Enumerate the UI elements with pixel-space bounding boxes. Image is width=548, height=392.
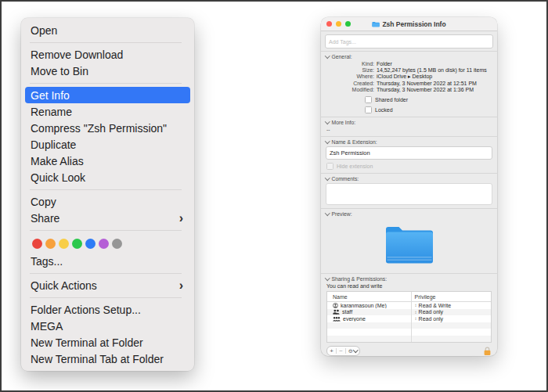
- menu-item-share[interactable]: Share›: [21, 210, 194, 226]
- name-extension-field[interactable]: Zsh Permission: [326, 146, 492, 160]
- menu-item-new-terminal-tab-at-folder[interactable]: New Terminal Tab at Folder: [21, 351, 194, 367]
- folder-mini-icon: [372, 21, 380, 27]
- tag-color-dots: [21, 234, 194, 253]
- tag-color-dot[interactable]: [99, 239, 109, 249]
- comments-input[interactable]: [326, 183, 492, 205]
- menu-item-quick-look[interactable]: Quick Look: [21, 169, 194, 185]
- menu-item-rename[interactable]: Rename: [21, 103, 194, 120]
- menu-separator: [30, 273, 182, 274]
- sharing-status-text: You can read and write: [326, 283, 492, 289]
- tag-color-dot[interactable]: [59, 239, 69, 249]
- table-row-staff[interactable]: staff ↕ Read only: [327, 309, 491, 316]
- menu-item-quick-actions[interactable]: Quick Actions›: [21, 277, 194, 293]
- sharing-permissions-header[interactable]: Sharing & Permissions:: [326, 276, 492, 282]
- menu-item-tags[interactable]: Tags...: [21, 253, 194, 269]
- name-extension-header[interactable]: Name & Extension:: [326, 139, 492, 145]
- tag-color-dot[interactable]: [45, 239, 56, 249]
- menu-item-open[interactable]: Open: [21, 22, 194, 38]
- submenu-chevron-icon: ›: [179, 212, 183, 225]
- shared-folder-checkbox-row: Shared folder: [365, 96, 492, 103]
- locked-checkbox[interactable]: [365, 106, 372, 113]
- section-name-extension: Name & Extension: Zsh Permission Hide ex…: [321, 137, 497, 173]
- disclosure-chevron-icon: [325, 119, 330, 124]
- general-row-modified: Modified:Thursday, 3 November 2022 at 1:…: [326, 87, 492, 93]
- lock-icon[interactable]: [483, 347, 492, 356]
- disclosure-chevron-icon: [325, 138, 330, 143]
- folder-preview-icon: [384, 223, 434, 265]
- comments-header[interactable]: Comments:: [326, 176, 492, 182]
- column-header-privilege: Privilege: [411, 292, 491, 301]
- menu-separator: [30, 189, 182, 190]
- permissions-table-header: Name Privilege: [327, 292, 491, 302]
- privilege-dropdown[interactable]: ↕ Read only: [411, 315, 491, 322]
- menu-separator: [30, 297, 182, 298]
- menu-separator: [30, 42, 182, 43]
- context-menu: Open Remove Download Move to Bin Get Inf…: [21, 18, 194, 371]
- menu-separator: [30, 230, 182, 231]
- locked-checkbox-row: Locked: [365, 106, 492, 113]
- permissions-table: Name Privilege karanmasoun (Me) ↕ Read &…: [326, 291, 492, 343]
- section-general: General: Kind:Folder Size:14,52,247 byte…: [321, 52, 497, 117]
- section-sharing-permissions: Sharing & Permissions: You can read and …: [321, 274, 497, 356]
- table-row-empty: [327, 322, 491, 329]
- general-row-size: Size:14,52,247 bytes (1.5 MB on disk) fo…: [326, 67, 492, 74]
- tag-color-dot[interactable]: [112, 239, 122, 249]
- hide-extension-checkbox-row: Hide extension: [326, 163, 492, 170]
- section-preview: Preview:: [321, 209, 497, 273]
- updown-arrows-icon: ↕: [415, 316, 417, 321]
- section-comments: Comments:: [321, 174, 497, 208]
- hide-extension-checkbox[interactable]: [326, 163, 333, 170]
- updown-arrows-icon: ↕: [415, 303, 417, 307]
- add-user-button[interactable]: +: [327, 347, 336, 355]
- menu-item-new-terminal-at-folder[interactable]: New Terminal at Folder: [21, 334, 194, 351]
- menu-item-copy[interactable]: Copy: [21, 193, 194, 210]
- tag-color-dot[interactable]: [32, 239, 42, 249]
- general-header[interactable]: General:: [326, 54, 492, 59]
- tag-color-dot[interactable]: [72, 239, 82, 249]
- zoom-button[interactable]: [345, 21, 351, 27]
- screenshot-frame: Open Remove Download Move to Bin Get Inf…: [0, 0, 548, 392]
- section-more-info: More Info: --: [321, 117, 497, 136]
- menu-item-folder-actions-setup[interactable]: Folder Actions Setup...: [21, 301, 194, 318]
- action-circle-icon: ⊖: [348, 348, 353, 354]
- general-row-where: Where:iCloud Drive ▸ Desktop: [326, 74, 492, 80]
- updown-arrows-icon: ↕: [415, 310, 417, 315]
- users-two-icon: [333, 309, 340, 315]
- minimize-button[interactable]: [336, 21, 341, 27]
- table-row-everyone[interactable]: everyone ↕ Read only: [327, 315, 491, 322]
- menu-item-get-info[interactable]: Get Info: [25, 87, 190, 103]
- privilege-dropdown[interactable]: ↕ Read & Write: [411, 302, 491, 309]
- close-button[interactable]: [326, 21, 332, 27]
- add-tags-input[interactable]: Add Tags...: [325, 34, 493, 49]
- disclosure-chevron-icon: [325, 210, 330, 215]
- menu-item-duplicate[interactable]: Duplicate: [21, 136, 194, 153]
- disclosure-chevron-icon: [325, 175, 330, 180]
- remove-user-button[interactable]: −: [337, 347, 345, 355]
- titlebar: Zsh Permission Info: [321, 17, 497, 31]
- users-three-icon: [333, 316, 341, 322]
- chevron-down-icon: [353, 347, 358, 352]
- column-header-name: Name: [327, 294, 411, 300]
- action-menu-button[interactable]: ⊖: [346, 348, 359, 354]
- user-circle-icon: [333, 303, 338, 308]
- menu-item-make-alias[interactable]: Make Alias: [21, 153, 194, 169]
- menu-separator: [30, 83, 182, 84]
- table-row-empty: [327, 329, 491, 336]
- disclosure-chevron-icon: [325, 53, 330, 58]
- general-row-kind: Kind:Folder: [326, 61, 492, 67]
- menu-item-remove-download[interactable]: Remove Download: [21, 46, 194, 63]
- menu-item-mega[interactable]: MEGA: [21, 318, 194, 334]
- menu-item-move-to-bin[interactable]: Move to Bin: [21, 63, 194, 79]
- menu-item-compress[interactable]: Compress "Zsh Permission": [21, 120, 194, 136]
- general-row-created: Created:Thursday, 3 November 2022 at 12:…: [326, 81, 492, 87]
- tag-color-dot[interactable]: [85, 239, 96, 249]
- more-info-value: --: [326, 127, 492, 132]
- shared-folder-checkbox[interactable]: [365, 96, 372, 103]
- add-tags-placeholder: Add Tags...: [329, 39, 356, 45]
- submenu-chevron-icon: ›: [179, 279, 183, 292]
- table-row-user-me[interactable]: karanmasoun (Me) ↕ Read & Write: [327, 302, 491, 309]
- disclosure-chevron-icon: [325, 275, 330, 280]
- privilege-dropdown[interactable]: ↕ Read only: [411, 309, 491, 316]
- more-info-header[interactable]: More Info:: [326, 120, 492, 125]
- preview-header[interactable]: Preview:: [326, 211, 492, 217]
